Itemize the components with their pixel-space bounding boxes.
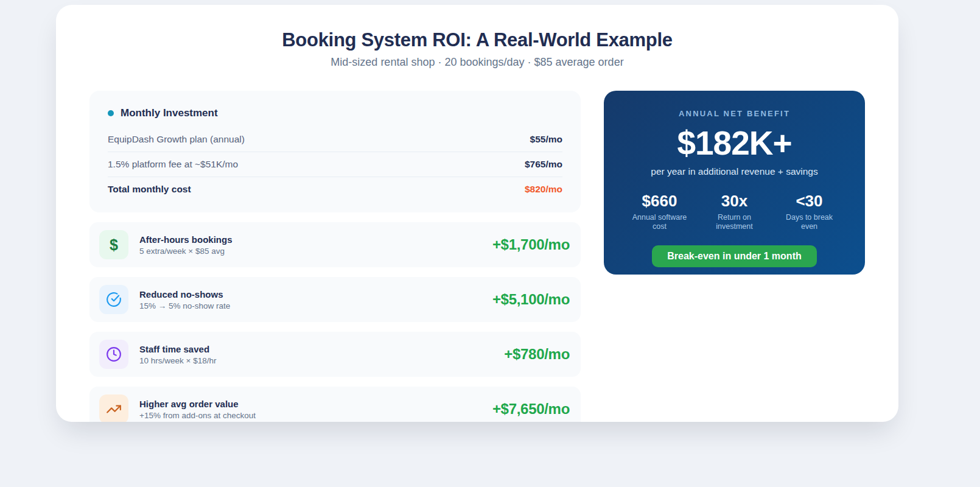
stat-value: 30x	[697, 192, 772, 211]
benefit-row-no-shows: Reduced no-shows 15% → 5% no-show rate +…	[89, 277, 581, 322]
stat-roi: 30x Return on investment	[697, 192, 772, 231]
benefit-title: Staff time saved	[139, 344, 216, 354]
monthly-investment-title: Monthly Investment	[121, 107, 218, 119]
trending-up-icon	[99, 394, 128, 422]
investment-total-label: Total monthly cost	[108, 184, 191, 195]
stat-label: Days to break even	[779, 213, 840, 231]
stat-label: Annual software cost	[629, 213, 690, 231]
benefit-detail: 15% → 5% no-show rate	[139, 301, 230, 310]
header: Booking System ROI: A Real-World Example…	[56, 5, 898, 69]
investment-row-label: EquipDash Growth plan (annual)	[108, 134, 245, 145]
investment-total-value: $820/mo	[525, 184, 562, 195]
benefit-value: +$780/mo	[504, 346, 570, 363]
summary-label: ANNUAL NET BENEFIT	[604, 109, 865, 118]
benefit-row-staff-time: Staff time saved 10 hrs/week × $18/hr +$…	[89, 332, 581, 377]
roi-card: Booking System ROI: A Real-World Example…	[56, 5, 898, 422]
monthly-investment-panel: Monthly Investment EquipDash Growth plan…	[89, 91, 581, 212]
dollar-icon: $	[99, 230, 128, 259]
benefit-row-order-value: Higher avg order value +15% from add-ons…	[89, 387, 581, 422]
bullet-dot-icon	[108, 110, 114, 116]
benefit-value: +$1,700/mo	[492, 236, 570, 253]
benefit-row-after-hours: $ After-hours bookings 5 extra/week × $8…	[89, 222, 581, 267]
benefit-title: After-hours bookings	[139, 234, 233, 245]
investment-row-value: $765/mo	[525, 159, 562, 170]
stat-value: <30	[772, 192, 847, 211]
annual-net-benefit-panel: ANNUAL NET BENEFIT $182K+ per year in ad…	[604, 91, 865, 275]
investment-total-row: Total monthly cost $820/mo	[108, 177, 562, 201]
clock-icon	[99, 340, 128, 369]
summary-stats: $660 Annual software cost 30x Return on …	[604, 192, 865, 231]
investment-row-label: 1.5% platform fee at ~$51K/mo	[108, 159, 238, 170]
page-title: Booking System ROI: A Real-World Example	[56, 29, 898, 51]
break-even-badge[interactable]: Break-even in under 1 month	[652, 245, 817, 267]
right-column: ANNUAL NET BENEFIT $182K+ per year in ad…	[604, 91, 865, 422]
investment-row: 1.5% platform fee at ~$51K/mo $765/mo	[108, 152, 562, 177]
stat-value: $660	[622, 192, 697, 211]
benefit-title: Higher avg order value	[139, 399, 256, 409]
stat-break-even-days: <30 Days to break even	[772, 192, 847, 231]
stat-software-cost: $660 Annual software cost	[622, 192, 697, 231]
summary-subtext: per year in additional revenue + savings	[604, 166, 865, 177]
monthly-investment-header: Monthly Investment	[108, 107, 562, 119]
page-subtitle: Mid-sized rental shop · 20 bookings/day …	[56, 56, 898, 69]
investment-row: EquipDash Growth plan (annual) $55/mo	[108, 127, 562, 152]
benefit-detail: +15% from add-ons at checkout	[139, 411, 256, 420]
benefit-title: Reduced no-shows	[139, 289, 230, 300]
benefit-value: +$5,100/mo	[492, 291, 570, 308]
stat-label: Return on investment	[704, 213, 765, 231]
left-column: Monthly Investment EquipDash Growth plan…	[89, 91, 581, 422]
benefit-detail: 5 extra/week × $85 avg	[139, 247, 233, 256]
summary-headline: $182K+	[604, 124, 865, 163]
benefit-value: +$7,650/mo	[492, 401, 570, 418]
content: Monthly Investment EquipDash Growth plan…	[56, 91, 898, 422]
benefit-detail: 10 hrs/week × $18/hr	[139, 356, 216, 365]
check-circle-icon	[99, 285, 128, 314]
investment-row-value: $55/mo	[530, 134, 562, 145]
